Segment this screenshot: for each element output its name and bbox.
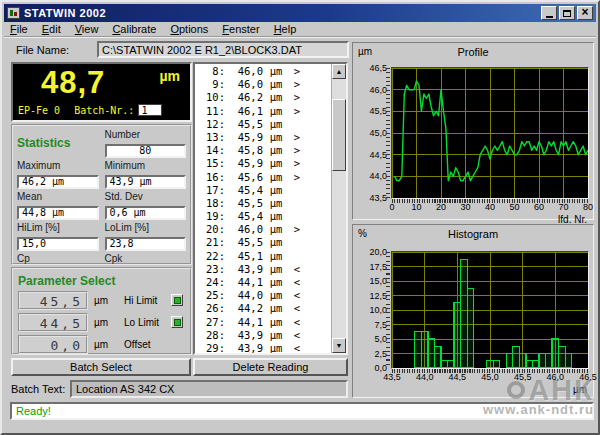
stat-label: Std. Dev [105,191,187,202]
stat-field-std-dev: Std. Dev [105,190,187,220]
reading-value: 44,1 [225,316,263,329]
list-item[interactable]: 29:43,9µm< [195,342,331,353]
menu-options[interactable]: Options [170,23,208,35]
menu-bar: FileEditViewCalibrateOptionsFensterHelp [4,22,596,37]
reading-value: 43,9 [225,342,263,353]
scrollbar-track[interactable] [332,79,346,338]
list-item[interactable]: 11:46,1µm> [195,105,331,118]
menu-help[interactable]: Help [274,23,297,35]
window-title: STATWIN 2002 [24,7,106,19]
batch-select-button[interactable]: Batch Select [11,358,191,376]
reading-unit: µm [263,118,289,131]
list-item[interactable]: 24:44,1µm< [195,276,331,289]
reading-index: 12: [195,118,225,131]
reading-unit: µm [263,131,289,144]
list-item[interactable]: 22:45,1µm [195,250,331,263]
chart-xlabel: µm [573,384,587,395]
minimize-button[interactable] [541,6,557,20]
reading-unit: µm [263,302,289,315]
y-tick-label: 45,0 [357,128,387,138]
stat-value[interactable] [17,206,99,220]
reading-value: 45,4 [225,210,263,223]
stat-field-minimum: Minimum [105,159,187,189]
stat-value[interactable] [105,144,187,158]
list-item[interactable]: 25:44,0µm< [195,289,331,302]
reading-index: 28: [195,329,225,342]
list-item[interactable]: 12:45,5µm [195,118,331,131]
param-label: Hi Limit [124,295,171,306]
title-bar[interactable]: STATWIN 2002 × [4,4,596,22]
param-label: Lo Limit [124,317,171,328]
reading-flag: < [289,329,305,342]
list-item[interactable]: 26:44,2µm< [195,302,331,315]
stat-field-hilim-: HiLim [%] [17,221,99,251]
menu-file[interactable]: File [10,23,28,35]
reading-flag: > [289,157,305,170]
stat-value[interactable] [105,206,187,220]
reading-unit: µm [263,250,289,263]
led-indicator[interactable] [171,294,183,306]
stat-value[interactable] [17,175,99,189]
menu-calibrate[interactable]: Calibrate [112,23,156,35]
reading-unit: µm [263,91,289,104]
batch-nr-input[interactable] [138,104,162,116]
reading-value: 45,8 [225,144,263,157]
close-button[interactable]: × [577,6,593,20]
menu-fenster[interactable]: Fenster [222,23,259,35]
list-item[interactable]: 16:45,6µm> [195,171,331,184]
reading-index: 14: [195,144,225,157]
menu-edit[interactable]: Edit [42,23,61,35]
batch-text-field[interactable] [70,380,348,398]
reading-index: 22: [195,250,225,263]
scroll-up-button[interactable]: ▲ [332,64,346,79]
reading-index: 19: [195,210,225,223]
reading-index: 29: [195,342,225,353]
stat-field-lolim-: LoLim [%] [105,221,187,251]
list-item[interactable]: 14:45,8µm> [195,144,331,157]
delete-reading-button[interactable]: Delete Reading [193,358,348,376]
list-item[interactable]: 20:46,0µm> [195,223,331,236]
list-item[interactable]: 9:46,0µm> [195,78,331,91]
list-item[interactable]: 17:45,4µm [195,184,331,197]
list-item[interactable]: 13:45,9µm> [195,131,331,144]
parameter-select-panel: Parameter Select 45,5µmHi Limit44,5µmLo … [11,267,192,355]
list-item[interactable]: 19:45,4µm [195,210,331,223]
file-name-field[interactable] [97,41,349,58]
maximize-icon [563,10,571,17]
list-item[interactable]: 10:46,2µm> [195,91,331,104]
list-item[interactable]: 15:45,9µm> [195,157,331,170]
scrollbar-thumb[interactable] [332,99,346,171]
param-unit: µm [94,317,116,328]
stat-value[interactable] [105,237,187,251]
list-item[interactable]: 23:43,9µm< [195,263,331,276]
scroll-down-button[interactable]: ▼ [332,338,346,353]
reading-value: 46,1 [225,105,263,118]
reading-value: 46,0 [225,78,263,91]
stat-value[interactable] [105,175,187,189]
list-item[interactable]: 27:44,1µm< [195,316,331,329]
y-tick-label: 15,0 [357,276,387,286]
reading-value: 46,0 [225,223,263,236]
led-indicator[interactable] [171,316,183,328]
menu-view[interactable]: View [75,23,99,35]
x-tick-label: 44,5 [442,372,472,382]
readings-scrollbar[interactable]: ▲ ▼ [331,64,346,353]
file-name-label: File Name: [16,44,69,56]
y-minor-ticks [386,252,390,368]
param-value-box[interactable]: 45,5 [18,291,88,310]
reading-unit: µm [263,171,289,184]
y-tick-label: 44,5 [357,150,387,160]
list-item[interactable]: 8:46,0µm> [195,65,331,78]
param-value-box[interactable]: 44,5 [18,313,88,332]
reading-index: 26: [195,302,225,315]
stat-value[interactable] [17,237,99,251]
reading-index: 21: [195,236,225,249]
list-item[interactable]: 28:43,9µm< [195,329,331,342]
statistics-panel: Statistics NumberMaximumMinimumMeanStd. … [11,124,192,265]
list-item[interactable]: 18:45,5µm [195,197,331,210]
list-item[interactable]: 21:45,5µm [195,236,331,249]
maximize-button[interactable] [559,6,575,20]
reading-unit: µm [263,223,289,236]
x-tick-label: 46,0 [540,372,570,382]
param-value-box[interactable]: 0,0 [18,335,88,354]
